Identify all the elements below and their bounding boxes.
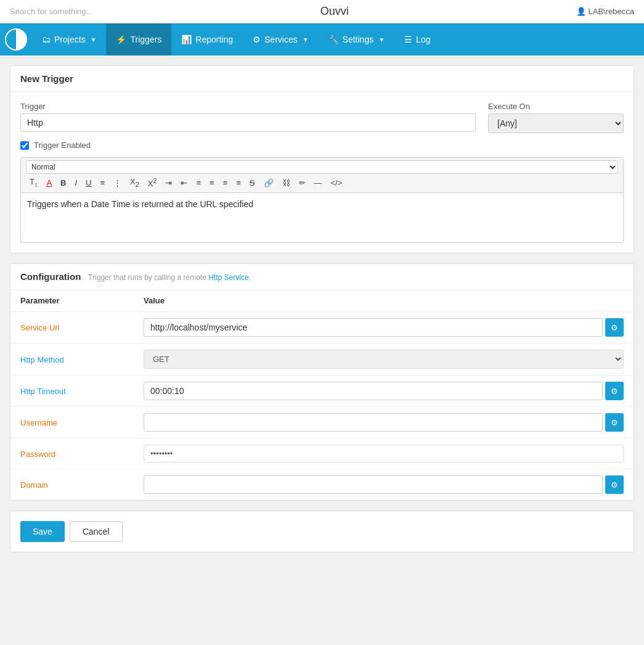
value-cell: ⚙ (134, 469, 634, 501)
trigger-form-row: Trigger Execute On [Any] Server1 Server2 (20, 102, 624, 133)
trigger-enabled-checkbox[interactable] (20, 141, 29, 150)
rte-ordered-list-btn[interactable]: ≡ (96, 176, 108, 189)
trigger-input[interactable] (20, 113, 476, 132)
user-info: LAB\rebecca (576, 7, 634, 16)
rte-format-select[interactable]: Normal Heading 1 Heading 2 (26, 160, 618, 174)
service-url-input[interactable] (144, 318, 603, 337)
nav-item-reporting[interactable]: 📊 Reporting (171, 23, 243, 55)
projects-icon: 🗂 (42, 35, 51, 44)
param-cell: Http Timeout (10, 376, 134, 407)
rte-font-color-btn[interactable]: A (43, 176, 55, 189)
execute-label: Execute On (488, 102, 624, 111)
logo[interactable] (5, 28, 27, 51)
trigger-enabled-row: Trigger Enabled (20, 141, 624, 150)
rte-underline-btn[interactable]: U (82, 176, 95, 189)
param-cell: Password (10, 438, 134, 469)
rte-outdent-btn[interactable]: ⇤ (177, 176, 191, 189)
config-panel: Configuration Trigger that runs by calli… (10, 263, 634, 501)
param-cell: Http Method (10, 343, 134, 376)
param-label: Username (20, 418, 57, 427)
gear-button[interactable]: ⚙ (605, 475, 624, 494)
nav-item-projects[interactable]: 🗂 Projects ▼ (32, 23, 106, 55)
save-button[interactable]: Save (20, 521, 65, 542)
value-cell: ⚙ (134, 376, 634, 407)
services-chevron-icon: ▼ (303, 36, 309, 43)
main-nav: 🗂 Projects ▼ ⚡ Triggers 📊 Reporting ⚙ Se… (0, 23, 644, 55)
rte-superscript-btn[interactable]: X2 (144, 175, 161, 190)
domain-input[interactable] (144, 475, 603, 494)
value-cell: GETPOSTPUTDELETE (134, 343, 634, 376)
rte-justify-btn[interactable]: ≡ (232, 176, 245, 189)
config-table-wrapper: Parameter Value Service Url⚙Http MethodG… (10, 290, 634, 500)
value-cell: ⚙ (134, 312, 634, 343)
rte-unordered-list-btn[interactable]: ⋮ (110, 176, 125, 189)
config-title: Configuration (20, 271, 81, 282)
value-cell (134, 438, 634, 469)
trigger-panel-body: Trigger Execute On [Any] Server1 Server2… (10, 92, 634, 253)
http-timeout-input[interactable] (144, 382, 603, 400)
rte-hr-btn[interactable]: — (311, 176, 326, 189)
config-table-body: Service Url⚙Http MethodGETPOSTPUTDELETEH… (10, 312, 634, 501)
reporting-icon: 📊 (181, 35, 192, 44)
col-value: Value (134, 290, 634, 312)
param-cell: Service Url (10, 312, 134, 343)
config-table-row: Username⚙ (10, 407, 634, 438)
param-label: Password (20, 450, 55, 459)
username-input[interactable] (144, 413, 603, 432)
value-cell: ⚙ (134, 407, 634, 438)
rte-align-left-btn[interactable]: ≡ (192, 176, 205, 189)
rte-source-btn[interactable]: </> (327, 176, 346, 189)
param-label: Domain (20, 480, 48, 490)
rte-strikethrough-btn[interactable]: S (246, 176, 259, 189)
config-panel-header: Configuration Trigger that runs by calli… (10, 264, 634, 290)
http-method-select[interactable]: GETPOSTPUTDELETE (144, 350, 624, 369)
password-input[interactable] (144, 445, 624, 462)
gear-button[interactable]: ⚙ (605, 413, 624, 432)
rte-bold-btn[interactable]: B (57, 176, 70, 189)
gear-button[interactable]: ⚙ (605, 382, 624, 400)
rte-unlink-btn[interactable]: ⛓ (279, 176, 294, 189)
config-subtitle-link[interactable]: Http Service (208, 273, 248, 282)
trigger-panel: New Trigger Trigger Execute On [Any] Ser… (10, 65, 634, 253)
trigger-enabled-label[interactable]: Trigger Enabled (34, 141, 91, 150)
chevron-down-icon: ▼ (91, 36, 97, 43)
search-input[interactable]: Search for something... (10, 7, 92, 16)
nav-item-settings[interactable]: 🔧 Settings ▼ (319, 23, 395, 55)
cancel-button[interactable]: Cancel (70, 521, 123, 542)
rte-toolbar: Normal Heading 1 Heading 2 T↕ A B I U ≡ … (21, 158, 623, 193)
rte-align-right-btn[interactable]: ≡ (219, 176, 232, 189)
rte-align-center-btn[interactable]: ≡ (206, 176, 218, 189)
rte-font-size-btn[interactable]: T↕ (26, 175, 41, 190)
trigger-panel-header: New Trigger (10, 66, 634, 92)
execute-select[interactable]: [Any] Server1 Server2 (488, 113, 624, 133)
config-table-row: Http MethodGETPOSTPUTDELETE (10, 343, 634, 376)
settings-icon: 🔧 (328, 35, 339, 44)
config-table: Parameter Value Service Url⚙Http MethodG… (10, 290, 634, 500)
param-label: Http Method (20, 355, 64, 364)
triggers-icon: ⚡ (116, 35, 126, 44)
trigger-label: Trigger (20, 102, 476, 111)
footer-panel: Save Cancel (10, 511, 634, 553)
config-table-row: Http Timeout⚙ (10, 376, 634, 407)
col-param: Parameter (10, 290, 134, 312)
nav-item-services[interactable]: ⚙ Services ▼ (243, 23, 319, 55)
rte-italic-btn[interactable]: I (71, 176, 81, 189)
nav-item-triggers[interactable]: ⚡ Triggers (106, 23, 171, 55)
rte-highlight-btn[interactable]: ✏ (295, 176, 309, 189)
config-table-row: Domain⚙ (10, 469, 634, 501)
config-subtitle: Trigger that runs by calling a remote Ht… (88, 273, 251, 282)
nav-item-log[interactable]: ☰ Log (394, 23, 440, 55)
log-icon: ☰ (404, 35, 412, 44)
config-table-row: Service Url⚙ (10, 312, 634, 343)
rte-subscript-btn[interactable]: X2 (126, 175, 143, 190)
settings-chevron-icon: ▼ (378, 36, 385, 43)
gear-button[interactable]: ⚙ (605, 318, 624, 337)
rte-editor[interactable]: Triggers when a Date Time is returned at… (21, 193, 623, 242)
param-label: Service Url (20, 323, 60, 332)
rte-indent-btn[interactable]: ⇥ (161, 176, 176, 189)
config-table-header-row: Parameter Value (10, 290, 634, 312)
app-title: Ouvvi (320, 5, 349, 18)
services-icon: ⚙ (253, 35, 261, 44)
config-table-row: Password (10, 438, 634, 469)
rte-link-btn[interactable]: 🔗 (260, 176, 277, 189)
